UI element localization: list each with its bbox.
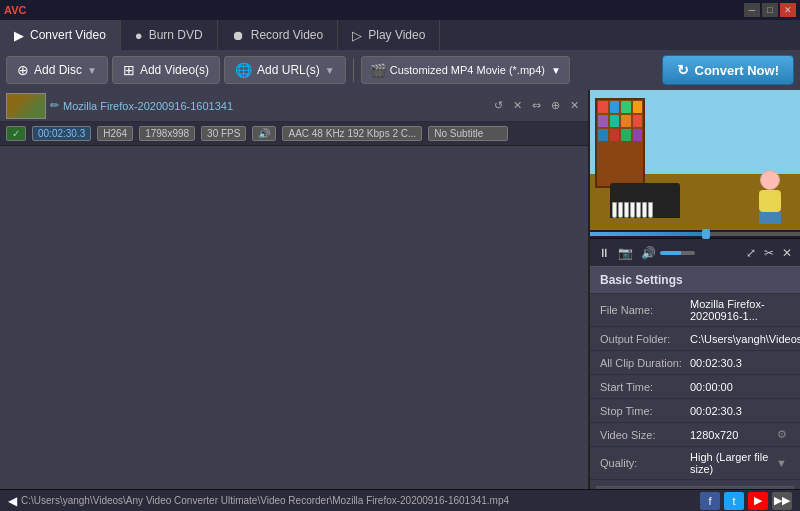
- audio-badge[interactable]: 🔊: [252, 126, 276, 141]
- quality-arrow-icon[interactable]: ▼: [773, 456, 790, 470]
- filename-label: File Name:: [600, 304, 690, 316]
- format-label: Customized MP4 Movie (*.mp4): [390, 64, 545, 76]
- youtube-button[interactable]: ▶: [748, 492, 768, 510]
- volume-button[interactable]: 🔊: [639, 244, 658, 262]
- minimize-button[interactable]: ─: [744, 3, 760, 17]
- add-videos-icon: ⊞: [123, 62, 135, 78]
- tab-burn-dvd[interactable]: ● Burn DVD: [121, 20, 218, 50]
- record-video-icon: ⏺: [232, 28, 245, 43]
- file-remove-button[interactable]: ✕: [509, 98, 525, 114]
- video-progress-bar[interactable]: [590, 230, 800, 238]
- file-edit-icon: ✏: [50, 99, 59, 112]
- add-disc-button[interactable]: ⊕ Add Disc ▼: [6, 56, 108, 84]
- video-preview: [590, 90, 800, 230]
- filename-value: Mozilla Firefox-20200916-1...: [690, 298, 790, 322]
- add-videos-label: Add Video(s): [140, 63, 209, 77]
- close-window-button[interactable]: ✕: [780, 3, 796, 17]
- piano-key-6: [642, 202, 647, 218]
- settings-row-duration: All Clip Duration: 00:02:30.3: [590, 351, 800, 375]
- settings-row-video-size: Video Size: 1280x720 ⚙: [590, 423, 800, 447]
- maximize-button[interactable]: □: [762, 3, 778, 17]
- audio-info-badge[interactable]: AAC 48 KHz 192 Kbps 2 C...: [282, 126, 422, 141]
- video-size-settings-button[interactable]: ⚙: [774, 427, 790, 442]
- add-urls-label: Add URL(s): [257, 63, 320, 77]
- tab-record-video[interactable]: ⏺ Record Video: [218, 20, 339, 50]
- play-pause-button[interactable]: ⏸: [596, 244, 612, 262]
- app-logo: AVC: [4, 4, 26, 16]
- fps-badge[interactable]: 30 FPS: [201, 126, 246, 141]
- close-preview-button[interactable]: ✕: [780, 244, 794, 262]
- scene-piano: [610, 183, 680, 218]
- duration-value: 00:02:30.3: [690, 357, 790, 369]
- convert-now-button[interactable]: ↻ Convert Now!: [662, 55, 795, 85]
- tab-play-video[interactable]: ▷ Play Video: [338, 20, 440, 50]
- shelf-row-2: [597, 114, 643, 128]
- character-head: [760, 170, 780, 190]
- add-videos-button[interactable]: ⊞ Add Video(s): [112, 56, 220, 84]
- duration-badge[interactable]: 00:02:30.3: [32, 126, 91, 141]
- settings-row-stop-time: Stop Time: 00:02:30.3: [590, 399, 800, 423]
- add-disc-icon: ⊕: [17, 62, 29, 78]
- tab-convert-video-label: Convert Video: [30, 28, 106, 42]
- format-selector[interactable]: 🎬 Customized MP4 Movie (*.mp4) ▼: [361, 56, 570, 84]
- tab-bar: ▶ Convert Video ● Burn DVD ⏺ Record Vide…: [0, 20, 800, 50]
- basic-settings-header: Basic Settings: [590, 266, 800, 294]
- status-bar: ◀ C:\Users\yangh\Videos\Any Video Conver…: [0, 489, 800, 511]
- stop-time-label: Stop Time:: [600, 405, 690, 417]
- character-legs: [759, 212, 781, 224]
- codec-badge[interactable]: H264: [97, 126, 133, 141]
- expand-button[interactable]: ⤢: [744, 244, 758, 262]
- scene-character: [755, 170, 785, 220]
- video-size-label: Video Size:: [600, 429, 690, 441]
- title-bar: AVC ─ □ ✕: [0, 0, 800, 20]
- volume-slider[interactable]: [660, 251, 695, 255]
- piano-key-1: [612, 202, 617, 218]
- settings-panel: Basic Settings File Name: Mozilla Firefo…: [590, 266, 800, 489]
- file-close-button[interactable]: ✕: [566, 98, 582, 114]
- file-refresh-button[interactable]: ↺: [490, 98, 506, 114]
- status-arrow-right-button[interactable]: ▶▶: [772, 492, 792, 510]
- options-section: Video Options Audio Options: [590, 480, 800, 489]
- format-arrow-icon: ▼: [551, 65, 561, 76]
- start-time-value: 00:00:00: [690, 381, 790, 393]
- video-options-button[interactable]: Video Options: [596, 486, 794, 489]
- twitter-button[interactable]: t: [724, 492, 744, 510]
- tab-burn-dvd-label: Burn DVD: [149, 28, 203, 42]
- add-urls-arrow-icon: ▼: [325, 65, 335, 76]
- add-disc-label: Add Disc: [34, 63, 82, 77]
- subtitle-badge[interactable]: No Subtitle: [428, 126, 508, 141]
- preview-image: [590, 90, 800, 230]
- scene-bookshelf: [595, 98, 645, 188]
- snapshot-button[interactable]: 📷: [616, 244, 635, 262]
- tab-convert-video[interactable]: ▶ Convert Video: [0, 20, 121, 50]
- facebook-button[interactable]: f: [700, 492, 720, 510]
- burn-dvd-icon: ●: [135, 28, 143, 43]
- video-size-value: 1280x720: [690, 429, 774, 441]
- status-path: C:\Users\yangh\Videos\Any Video Converte…: [21, 495, 700, 506]
- resolution-badge[interactable]: 1798x998: [139, 126, 195, 141]
- volume-control: 🔊: [639, 244, 695, 262]
- settings-row-output: Output Folder: C:\Users\yangh\Videos... …: [590, 327, 800, 351]
- settings-row-start-time: Start Time: 00:00:00: [590, 375, 800, 399]
- main-area: ✏ Mozilla Firefox-20200916-1601341 ↺ ✕ ⇔…: [0, 90, 800, 489]
- file-add-button[interactable]: ⊕: [547, 98, 563, 114]
- play-video-icon: ▷: [352, 28, 362, 43]
- cut-button[interactable]: ✂: [762, 244, 776, 262]
- format-icon: 🎬: [370, 63, 386, 78]
- file-split-button[interactable]: ⇔: [528, 98, 544, 114]
- progress-thumb[interactable]: [702, 229, 710, 239]
- piano-key-5: [636, 202, 641, 218]
- quality-label: Quality:: [600, 457, 690, 469]
- duration-label: All Clip Duration:: [600, 357, 690, 369]
- title-bar-left: AVC: [4, 4, 26, 16]
- status-arrow-left-icon[interactable]: ◀: [8, 494, 17, 508]
- status-social-icons: f t ▶ ▶▶: [700, 492, 792, 510]
- checkmark-badge[interactable]: ✓: [6, 126, 26, 141]
- file-list-empty: [0, 146, 588, 489]
- character-body: [759, 190, 781, 212]
- stop-time-value: 00:02:30.3: [690, 405, 790, 417]
- quality-value: High (Larger file size): [690, 451, 773, 475]
- toolbar-separator: [353, 58, 354, 82]
- file-thumbnail: [6, 93, 46, 119]
- add-urls-button[interactable]: 🌐 Add URL(s) ▼: [224, 56, 346, 84]
